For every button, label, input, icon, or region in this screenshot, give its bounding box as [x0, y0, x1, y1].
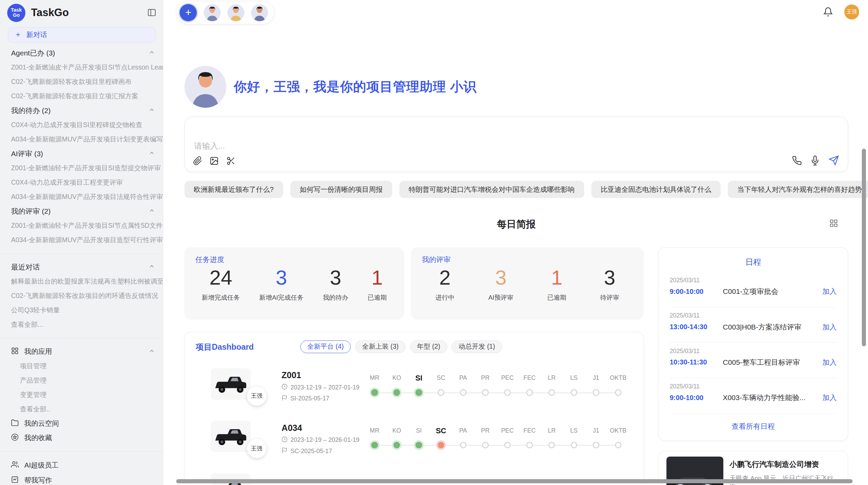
sidebar-section-header[interactable]: 我的评审 (2) — [0, 204, 163, 219]
sidebar-item-label: 帮我写作 — [24, 476, 52, 485]
new-chat-button[interactable]: ＋ 新对话 — [8, 27, 156, 42]
sidebar-item-label: 我的云空间 — [24, 419, 59, 428]
sidebar-item-folder[interactable]: 我的云空间 — [0, 416, 163, 431]
stat-item: 1已逾期 — [367, 265, 387, 302]
schedule-event: 2025/03/1110:30-11:30C005-整车工程目标评审加入 — [670, 343, 836, 378]
dashboard-tab[interactable]: 全新平台 (4) — [300, 340, 351, 353]
flag-icon — [281, 395, 288, 403]
sidebar-item[interactable]: Z001-全新燃油轻卡产品开发项目SI造型提交物评审 — [0, 161, 163, 175]
suggestion-chip[interactable]: 如何写一份清晰的项目周报 — [290, 181, 392, 198]
scissors-icon[interactable] — [226, 156, 236, 165]
app-item[interactable]: 项目管理 — [0, 359, 163, 373]
project-milestone-tag: SC-2025-05-17 — [281, 447, 359, 455]
sidebar-item[interactable]: Z001-全新燃油皮卡产品开发项目SI节点Lesson Learn报告 — [0, 60, 163, 75]
layout-grid-icon[interactable] — [829, 219, 838, 230]
project-code[interactable]: Z001 — [281, 370, 359, 380]
sidebar-tool-write[interactable]: 帮我写作 — [0, 473, 163, 485]
app-item[interactable]: 变更管理 — [0, 388, 163, 402]
join-link[interactable]: 加入 — [822, 393, 837, 402]
project-code[interactable]: A034 — [281, 423, 359, 433]
sidebar-item[interactable]: C02-飞腾新能源轻客改款项目里程碑画布 — [0, 75, 163, 89]
horizontal-scrollbar[interactable] — [176, 479, 853, 484]
dashboard-tab[interactable]: 全新上装 (3) — [355, 340, 406, 353]
milestone-dot-pending — [482, 389, 489, 396]
join-link[interactable]: 加入 — [822, 322, 837, 332]
voice-call-icon[interactable] — [792, 156, 802, 165]
stat-item: 3待评审 — [600, 265, 619, 302]
suggestion-chip[interactable]: 欧洲新规最近颁布了什么? — [184, 181, 283, 198]
sidebar-item[interactable]: A034-全新新能源MUV产品开发项目计划变更表编写 — [0, 132, 163, 147]
chevron-up-icon — [148, 150, 155, 158]
recent-chat-item[interactable]: 解释最新出台的欧盟报废车法规再生塑料比例被调至15%... — [0, 274, 163, 289]
stat-label: AI预评审 — [488, 293, 513, 302]
dashboard-tab[interactable]: 年型 (2) — [410, 340, 447, 353]
sidebar-section-title: 最近对话 — [11, 262, 40, 272]
stat-value: 3 — [259, 265, 303, 290]
milestone[interactable]: OKTB — [603, 373, 634, 398]
milestone-dot-pending — [570, 389, 577, 396]
event-name: C001-立项审批会 — [723, 287, 822, 296]
attachment-icon[interactable] — [193, 156, 202, 165]
milestone-label: OKTB — [603, 426, 634, 436]
stat-card-title: 任务进度 — [184, 247, 404, 265]
milestone-dot-pending — [482, 442, 489, 448]
composer[interactable]: 请输入... — [184, 117, 848, 172]
event-time: 9:00-10:00 — [670, 394, 723, 402]
stat-value: 1 — [367, 265, 387, 290]
milestone-dot-pending — [548, 442, 555, 448]
schedule-event: 2025/03/119:00-10:00X003-车辆动力学性能验...加入 — [670, 378, 836, 413]
sidebar-section-header[interactable]: AI评审 (3) — [0, 147, 163, 161]
sidebar-item-star[interactable]: 我的收藏 — [0, 431, 163, 445]
app-item[interactable]: 查看全部.. — [0, 402, 163, 416]
sidebar-item-my-apps[interactable]: 我的应用 — [0, 345, 163, 359]
sidebar-section-title: AI评审 (3) — [11, 149, 43, 159]
stat-item: 3AI预评审 — [488, 265, 513, 302]
project-owner-badge: 王强 — [247, 438, 267, 458]
event-name: C005-整车工程目标评审 — [723, 358, 822, 367]
sidebar-section-header[interactable]: 最近对话 — [0, 260, 163, 274]
stat-item: 24新增完成任务 — [202, 265, 240, 302]
sidebar-item[interactable]: C02-飞腾新能源轻客改款项目立项汇报方案 — [0, 89, 163, 103]
project-car-image — [211, 421, 251, 452]
stat-item: 2进行中 — [435, 265, 455, 302]
date-range-text: 2023-12-19 – 2026-01-19 — [290, 436, 359, 444]
microphone-icon[interactable] — [810, 156, 820, 165]
join-link[interactable]: 加入 — [822, 287, 837, 296]
sidebar-item[interactable]: C0X4-动力总成开发项目SI里程碑提交物检查 — [0, 118, 163, 132]
image-upload-icon[interactable] — [209, 156, 219, 165]
sidebar-section-title: Agent已办 (3) — [11, 48, 55, 58]
app-item[interactable]: 产品管理 — [0, 373, 163, 388]
event-date: 2025/03/11 — [670, 343, 836, 355]
sidebar-divider — [0, 338, 163, 339]
greeting-block: 你好，王强，我是你的项目管理助理 小识 — [184, 66, 477, 108]
suggestion-chip[interactable]: 当下年轻人对汽车外观有怎样的喜好趋势 — [728, 181, 868, 198]
send-icon[interactable] — [829, 155, 839, 166]
recent-chat-item[interactable]: 查看全部... — [0, 318, 163, 332]
view-all-schedule-link[interactable]: 查看所有日程 — [659, 422, 848, 431]
sidebar-item[interactable]: A034-全新新能源MUV产品开发项目造型可行性评审 — [0, 233, 163, 247]
stat-item: 1已逾期 — [547, 265, 566, 302]
milestone-dot-pending — [593, 389, 599, 396]
milestone[interactable]: OKTB — [603, 426, 634, 450]
users-icon — [11, 461, 19, 470]
new-chat-label: 新对话 — [26, 30, 47, 39]
milestone-dot-pending — [615, 442, 622, 448]
dashboard-tab[interactable]: 动总开发 (1) — [451, 340, 502, 353]
schedule-event: 2025/03/1113:00-14:30C003|H0B-方案冻结评审加入 — [670, 307, 836, 343]
suggestion-chip[interactable]: 比亚迪全固态电池计划具体说了什么 — [591, 181, 721, 198]
sidebar-item[interactable]: C0X4-动力总成开发项目工程变更评审 — [0, 175, 163, 190]
sidebar-tool-users[interactable]: AI超级员工 — [0, 458, 163, 473]
recent-chat-item[interactable]: 公司Q3轻卡销量 — [0, 303, 163, 318]
sidebar-section-header[interactable]: Agent已办 (3) — [0, 46, 163, 60]
stat-value: 24 — [202, 265, 240, 290]
sidebar-item[interactable]: A034-全新新能源MUV产品开发项目法规符合性评审 — [0, 190, 163, 204]
sidebar-section-header[interactable]: 我的待办 (2) — [0, 103, 163, 118]
join-link[interactable]: 加入 — [822, 358, 837, 367]
stat-label: 待评审 — [600, 293, 619, 302]
sidebar-collapse-icon[interactable] — [147, 8, 156, 17]
milestone-dot-pending — [593, 442, 599, 448]
recent-chat-item[interactable]: C02-飞腾新能源轻客改款项目的闭环通告反馈情况 — [0, 289, 163, 303]
sidebar-item[interactable]: Z001-全新燃油轻卡产品开发项目SI节点属性5D文件评审 — [0, 219, 163, 233]
vertical-scrollbar[interactable] — [862, 149, 866, 346]
suggestion-chip[interactable]: 特朗普可能对进口汽车增税会对中国车企造成哪些影响 — [399, 181, 584, 198]
